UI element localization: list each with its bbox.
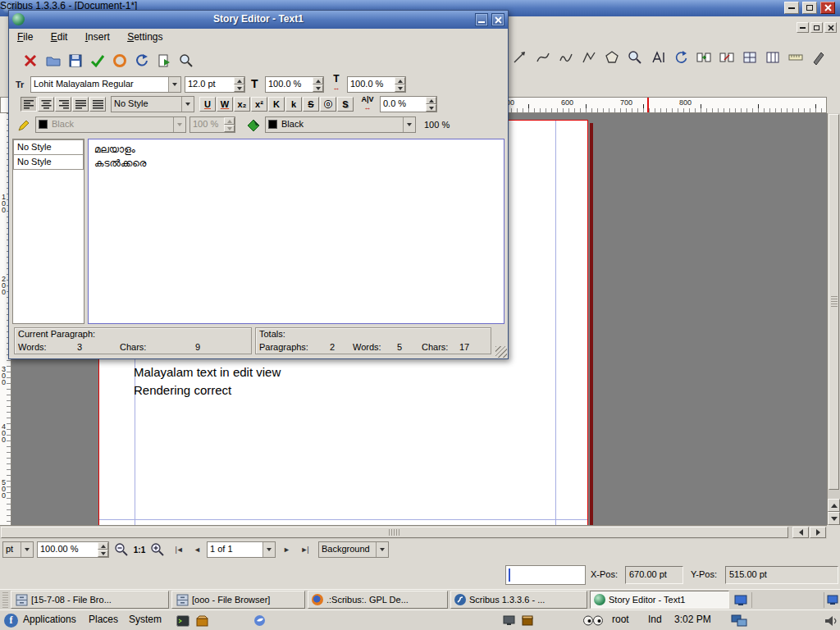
stroke-shade-spinbox[interactable]: 100 % <box>189 116 235 133</box>
paragraph-style-row[interactable]: No Style <box>13 154 84 170</box>
page-selector-combo[interactable]: 1 of 1 <box>207 541 276 558</box>
taskbar-item[interactable]: Scribus 1.3.3.6 - ... <box>450 591 587 609</box>
system-menu[interactable]: System <box>129 614 162 625</box>
keyboard-indicator[interactable]: Ind <box>648 614 662 625</box>
paragraph-style-combo[interactable]: No Style <box>111 96 194 112</box>
insert-freehand-button[interactable] <box>556 48 576 67</box>
tray-monitor-icon-right[interactable] <box>825 592 839 608</box>
close-button[interactable] <box>820 2 835 14</box>
horizontal-scrollbar[interactable] <box>0 525 827 539</box>
align-left-button[interactable] <box>21 97 37 112</box>
link-frames-button[interactable] <box>694 48 714 67</box>
align-force-justify-button[interactable] <box>89 97 106 112</box>
underline-words-button[interactable]: W <box>217 97 233 112</box>
horizontal-scrollbar-thumb[interactable] <box>1 527 788 538</box>
mdi-restore-button[interactable] <box>810 22 823 33</box>
scroll-down-button[interactable] <box>828 512 840 525</box>
strikethrough-button[interactable]: S <box>303 97 319 112</box>
tracking-spinbox[interactable]: 0.0 % <box>380 96 437 112</box>
spin-arrows[interactable] <box>98 542 108 557</box>
align-right-button[interactable] <box>55 97 71 112</box>
menu-insert[interactable]: Insert <box>78 29 117 45</box>
volume-icon[interactable] <box>824 614 838 628</box>
insert-polygon-button[interactable] <box>602 48 622 67</box>
status-entry-field[interactable] <box>505 565 586 585</box>
terminal-launcher-icon[interactable] <box>176 614 189 628</box>
insert-line-button[interactable] <box>510 48 530 67</box>
layer-combo[interactable]: Background <box>318 541 389 558</box>
exit-without-update-button[interactable] <box>110 51 130 71</box>
align-center-button[interactable] <box>38 97 54 112</box>
search-replace-button[interactable] <box>176 51 196 71</box>
maximize-button[interactable] <box>802 2 817 14</box>
last-page-button[interactable]: ►| <box>296 541 313 558</box>
eyedropper-button[interactable] <box>809 48 829 67</box>
package-manager-icon[interactable] <box>195 614 209 628</box>
underline-button[interactable]: U <box>199 97 216 112</box>
all-caps-button[interactable]: K <box>268 97 285 112</box>
font-size-spinbox[interactable]: 12.0 pt <box>185 76 245 93</box>
first-page-button[interactable]: |◄ <box>171 541 187 558</box>
taskbar-item[interactable]: [ooo - File Browser] <box>171 591 305 609</box>
font-combo[interactable]: Lohit Malayalam Regular <box>30 76 181 93</box>
taskbar-item[interactable]: [15-7-08 - File Bro... <box>11 591 169 609</box>
clock[interactable]: 3:02 PM <box>674 614 711 625</box>
applications-menu[interactable]: Applications <box>23 614 76 625</box>
reload-text-button[interactable] <box>132 51 152 71</box>
paragraph-styles-panel[interactable]: No Style No Style <box>12 139 84 324</box>
vertical-scrollbar[interactable] <box>827 113 840 525</box>
taskbar-item[interactable]: .:Scribus:. GPL De... <box>308 591 448 609</box>
spin-arrows[interactable] <box>313 77 323 92</box>
dialog-close-button[interactable] <box>491 13 504 26</box>
spin-arrows[interactable] <box>395 77 405 92</box>
edit-text-button[interactable] <box>648 48 668 67</box>
minimize-button[interactable] <box>784 2 799 14</box>
unit-combo[interactable]: pt <box>2 541 34 558</box>
scaling-width-spinbox[interactable]: 100.0 % <box>265 76 324 93</box>
zoom-spinbox[interactable]: 100.00 % <box>37 541 109 558</box>
spin-arrows[interactable] <box>426 97 436 112</box>
shadow-text-button[interactable]: S <box>337 97 354 112</box>
insert-table-button[interactable] <box>740 48 760 67</box>
applet-handle[interactable] <box>2 592 8 608</box>
next-page-button[interactable]: ► <box>278 541 294 558</box>
subscript-button[interactable]: x₂ <box>234 97 250 112</box>
fill-color-combo[interactable]: Black <box>265 116 416 133</box>
story-editor-dialog[interactable]: Story Editor - Text1 File Edit Insert Se… <box>8 10 509 359</box>
pidgin-launcher-icon[interactable] <box>253 614 267 628</box>
dialog-minimize-button[interactable] <box>475 13 488 26</box>
story-editor-titlebar[interactable]: Story Editor - Text1 <box>9 11 508 29</box>
update-text-frame-button[interactable] <box>154 51 174 71</box>
stroke-color-combo[interactable]: Black <box>35 116 186 133</box>
outline-text-button[interactable]: O <box>320 97 336 112</box>
superscript-button[interactable]: x² <box>251 97 267 112</box>
resize-grip[interactable] <box>495 346 507 358</box>
update-and-exit-button[interactable] <box>88 51 107 71</box>
zoom-tool-button[interactable] <box>625 48 645 67</box>
tray-display-icon[interactable] <box>502 614 516 628</box>
fedora-menu-icon[interactable]: f <box>4 614 18 628</box>
scroll-left-button[interactable] <box>792 527 809 538</box>
measure-button[interactable] <box>786 48 806 67</box>
eyes-applet-icon[interactable] <box>582 614 604 628</box>
insert-columns-button[interactable] <box>763 48 783 67</box>
unlink-frames-button[interactable] <box>717 48 737 67</box>
insert-bezier-button[interactable] <box>533 48 553 67</box>
menu-edit[interactable]: Edit <box>43 29 75 45</box>
frame-text-line[interactable]: Rendering correct <box>134 383 231 397</box>
save-to-file-button[interactable] <box>66 51 85 71</box>
story-text-area[interactable]: മലയാളം കടൽക്കരെ <box>88 139 504 324</box>
scroll-right-button[interactable] <box>810 527 826 538</box>
network-monitor-icon[interactable] <box>730 614 748 628</box>
previous-page-button[interactable]: ◄ <box>189 541 205 558</box>
zoom-actual-button[interactable]: 1:1 <box>131 541 148 558</box>
small-caps-button[interactable]: k <box>285 97 302 112</box>
spin-arrows[interactable] <box>234 77 244 92</box>
frame-text-line[interactable]: Malayalam text in edit view <box>134 365 281 379</box>
zoom-in-button[interactable] <box>149 541 166 558</box>
zoom-out-button[interactable] <box>113 541 130 558</box>
align-justify-button[interactable] <box>72 97 89 112</box>
menu-settings[interactable]: Settings <box>120 29 170 45</box>
tray-monitor-icon-left[interactable] <box>733 592 749 608</box>
load-from-file-button[interactable] <box>43 51 63 71</box>
